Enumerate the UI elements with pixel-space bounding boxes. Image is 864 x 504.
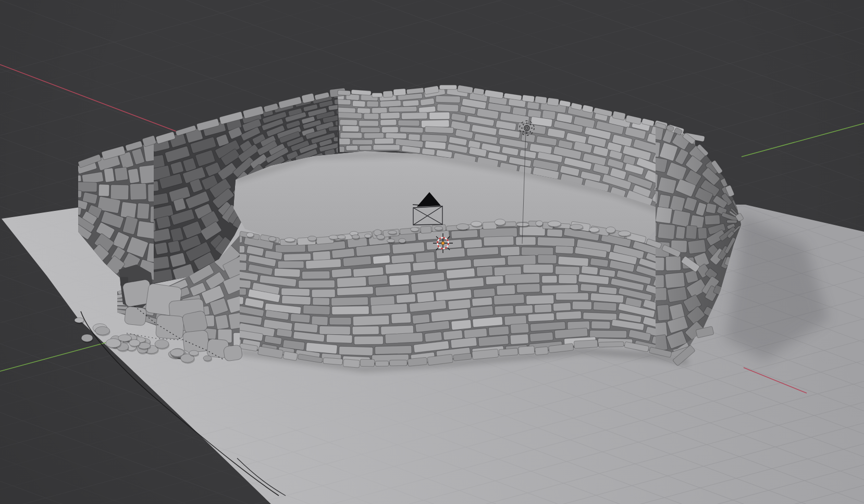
gate-block (124, 306, 146, 326)
cursor-origin-dot (441, 242, 445, 245)
viewport-canvas[interactable] (0, 0, 864, 504)
viewport-3d[interactable] (0, 0, 864, 504)
gate-block (223, 345, 243, 361)
gate-block (156, 314, 184, 339)
